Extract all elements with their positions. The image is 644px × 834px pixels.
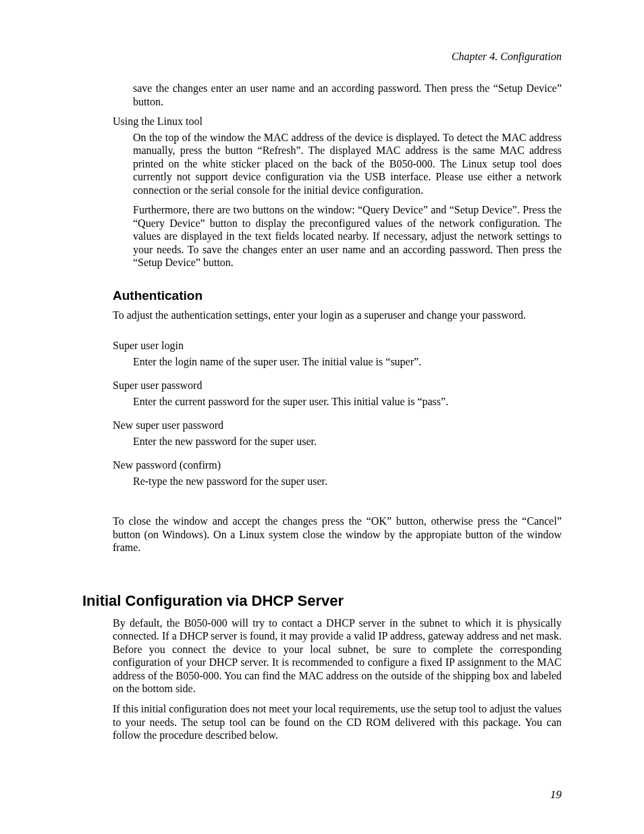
dhcp-p2: If this initial configuration does not m…: [113, 702, 562, 742]
running-header: Chapter 4. Configuration: [82, 51, 562, 63]
auth-close: To close the window and accept the chang…: [113, 515, 562, 554]
auth-desc-2: Enter the new password for the super use…: [133, 435, 562, 448]
heading-authentication: Authentication: [113, 288, 562, 303]
desc-block-0: Enter the login name of the super user. …: [133, 355, 562, 369]
term-block-1: Super user password: [113, 379, 562, 392]
term-using-linux: Using the Linux tool: [113, 115, 562, 128]
term-block-0: Super user login: [113, 339, 562, 353]
auth-desc-3: Re-type the new password for the super u…: [133, 475, 562, 488]
auth-desc-0: Enter the login name of the super user. …: [133, 355, 562, 369]
linux-p2: Furthermore, there are two buttons on th…: [133, 203, 562, 269]
auth-close-block: To close the window and accept the chang…: [113, 515, 562, 554]
term-block-3: New password (confirm): [113, 459, 562, 472]
auth-intro-block: To adjust the authentication settings, e…: [113, 309, 562, 322]
page-number: 19: [550, 788, 562, 802]
continuation-text: save the changes enter an user name and …: [133, 82, 562, 108]
desc-block-2: Enter the new password for the super use…: [133, 435, 562, 448]
linux-term: Using the Linux tool: [113, 115, 562, 128]
auth-term-2: New super user password: [113, 419, 562, 432]
auth-term-3: New password (confirm): [113, 459, 562, 472]
desc-block-3: Re-type the new password for the super u…: [133, 475, 562, 488]
auth-desc-1: Enter the current password for the super…: [133, 395, 562, 409]
heading-dhcp: Initial Configuration via DHCP Server: [82, 592, 562, 610]
linux-p1: On the top of the window the MAC address…: [133, 131, 562, 197]
term-block-2: New super user password: [113, 419, 562, 432]
desc-block-1: Enter the current password for the super…: [133, 395, 562, 409]
continuation-block: save the changes enter an user name and …: [133, 82, 562, 108]
page: Chapter 4. Configuration save the change…: [0, 0, 644, 834]
linux-desc: On the top of the window the MAC address…: [133, 131, 562, 269]
dhcp-p1: By default, the B050-000 will try to con…: [113, 617, 562, 696]
auth-term-1: Super user password: [113, 379, 562, 392]
dhcp-body: By default, the B050-000 will try to con…: [113, 617, 562, 742]
auth-intro: To adjust the authentication settings, e…: [113, 309, 562, 322]
auth-term-0: Super user login: [113, 339, 562, 353]
